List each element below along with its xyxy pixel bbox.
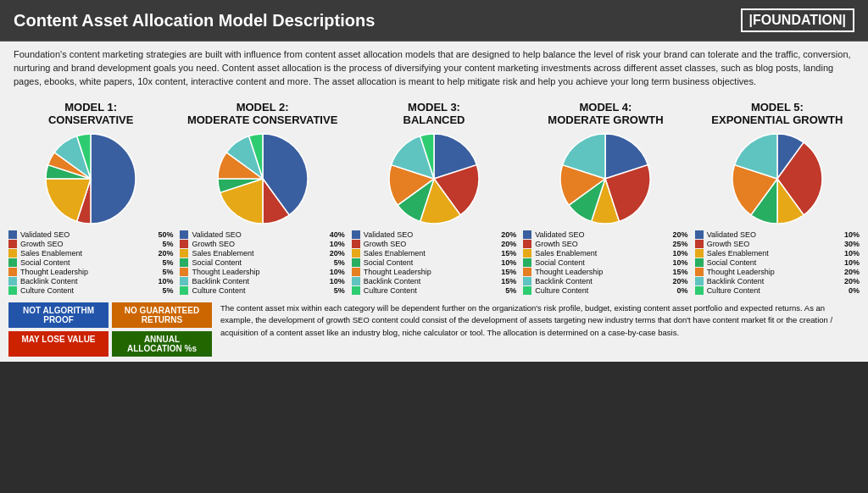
legend-color-box <box>352 286 360 295</box>
legend-pct-text: 5% <box>162 240 173 248</box>
legend-item: Thought Leadership15% <box>352 268 516 276</box>
legend-item: Social Content10% <box>695 258 860 267</box>
legend-item: Backlink Content20% <box>695 277 860 285</box>
legend-item: Culture Content5% <box>8 286 173 295</box>
legend-pct-text: 10% <box>501 258 516 267</box>
legend-color-box <box>180 286 188 295</box>
legend-label-text: Growth SEO <box>535 240 670 248</box>
legend-item: Growth SEO10% <box>180 240 344 248</box>
legend-label-text: Social Content <box>535 258 670 267</box>
legend-label-text: Culture Content <box>535 286 675 295</box>
legend-label-text: Validated SEO <box>192 230 327 239</box>
pie-chart-model3 <box>387 132 481 225</box>
legend-item: Backlink Content10% <box>8 277 173 285</box>
legend-label-text: Social Content <box>707 258 843 267</box>
legend-pct-text: 20% <box>330 249 345 258</box>
model-col-model3: MODEL 3: BALANCEDValidated SEO20%Growth … <box>352 101 516 296</box>
legend-pct-text: 10% <box>844 249 860 258</box>
legend-color-box <box>180 249 188 258</box>
legend-color-box <box>695 240 704 248</box>
legend-item: Culture Content5% <box>180 286 344 295</box>
legend-item: Culture Content5% <box>352 286 516 295</box>
legend-item: Backlink Content15% <box>352 277 516 285</box>
legend-color-box <box>523 240 531 248</box>
legend-item: Social Content10% <box>523 258 687 267</box>
legend-pct-text: 5% <box>162 268 173 276</box>
legend-label-text: Growth SEO <box>192 240 327 248</box>
legend-label-text: Growth SEO <box>707 240 843 248</box>
legend-color-box <box>180 268 188 276</box>
legend-label-text: Backlink Content <box>20 277 156 285</box>
description-text: Foundation's content marketing strategie… <box>0 42 868 96</box>
legend-color-box <box>8 286 17 295</box>
legend-item: Validated SEO20% <box>523 230 687 239</box>
legend-pct-text: 25% <box>673 240 688 248</box>
legend-label-text: Validated SEO <box>20 230 156 239</box>
badge-may-lose: MAY LOSE VALUE <box>8 331 108 357</box>
legend-item: Backlink Content20% <box>523 277 687 285</box>
legend-label-text: Sales Enablement <box>535 249 670 258</box>
legend-item: Backlink Content10% <box>180 277 344 285</box>
legend-color-box <box>8 268 17 276</box>
legend-item: Sales Enablement20% <box>180 249 344 258</box>
legend-color-box <box>523 268 531 276</box>
legend-pct-text: 20% <box>844 268 860 276</box>
legend-pct-text: 5% <box>505 286 516 295</box>
legend-color-box <box>352 277 360 285</box>
legend-item: Social Content5% <box>180 258 344 267</box>
legend-label-text: Thought Leadership <box>364 268 499 276</box>
legend-pct-text: 20% <box>844 277 860 285</box>
legend-pct-text: 15% <box>673 268 688 276</box>
legend-color-box <box>352 230 360 239</box>
legend-color-box <box>8 240 17 248</box>
models-section: MODEL 1: CONSERVATIVEValidated SEO50%Gro… <box>0 96 868 299</box>
legend-pct-text: 20% <box>673 277 688 285</box>
model-col-model5: MODEL 5: EXPONENTIAL GROWTHValidated SEO… <box>695 101 860 296</box>
model-col-model4: MODEL 4: MODERATE GROWTHValidated SEO20%… <box>523 101 687 296</box>
bottom-text: The content asset mix within each catego… <box>220 302 860 357</box>
legend-pct-text: 0% <box>677 286 688 295</box>
model-col-model2: MODEL 2: MODERATE CONSERVATIVEValidated … <box>180 101 344 296</box>
header: Content Asset Allocation Model Descripti… <box>0 0 868 42</box>
legend-label-text: Validated SEO <box>535 230 670 239</box>
legend-pct-text: 20% <box>673 230 688 239</box>
badges-column: NOT ALGORITHM PROOFNO GUARANTEED RETURNS… <box>8 302 212 357</box>
legend-model3: Validated SEO20%Growth SEO20%Sales Enabl… <box>352 230 516 296</box>
legend-color-box <box>352 249 360 258</box>
legend-pct-text: 30% <box>844 240 860 248</box>
badge-annual: ANNUAL ALLOCATION %s <box>112 331 212 357</box>
badges-row-2: MAY LOSE VALUEANNUAL ALLOCATION %s <box>8 331 212 357</box>
legend-pct-text: 50% <box>158 230 173 239</box>
legend-pct-text: 40% <box>330 230 345 239</box>
legend-label-text: Backlink Content <box>364 277 499 285</box>
legend-pct-text: 15% <box>501 249 516 258</box>
legend-label-text: Growth SEO <box>20 240 160 248</box>
legend-pct-text: 10% <box>844 230 860 239</box>
legend-model1: Validated SEO50%Growth SEO5%Sales Enable… <box>8 230 173 296</box>
legend-color-box <box>352 268 360 276</box>
legend-label-text: Social Content <box>20 258 160 267</box>
legend-label-text: Backlink Content <box>192 277 327 285</box>
legend-item: Growth SEO30% <box>695 240 860 248</box>
legend-color-box <box>695 258 704 267</box>
legend-color-box <box>8 230 17 239</box>
legend-label-text: Social Content <box>192 258 331 267</box>
legend-pct-text: 10% <box>330 268 345 276</box>
legend-item: Thought Leadership5% <box>8 268 173 276</box>
model-title-model3: MODEL 3: BALANCED <box>403 101 465 127</box>
legend-label-text: Thought Leadership <box>535 268 670 276</box>
legend-model4: Validated SEO20%Growth SEO25%Sales Enabl… <box>523 230 687 296</box>
legend-pct-text: 0% <box>849 286 860 295</box>
legend-item: Sales Enablement10% <box>695 249 860 258</box>
legend-item: Sales Enablement20% <box>8 249 173 258</box>
logo: |FOUNDATION| <box>741 8 854 32</box>
model-title-model5: MODEL 5: EXPONENTIAL GROWTH <box>711 101 843 127</box>
legend-pct-text: 10% <box>330 277 345 285</box>
pie-chart-model2 <box>216 132 309 225</box>
legend-color-box <box>695 230 704 239</box>
pie-chart-model5 <box>731 132 824 225</box>
legend-label-text: Validated SEO <box>364 230 499 239</box>
legend-pct-text: 5% <box>162 258 173 267</box>
legend-item: Growth SEO25% <box>523 240 687 248</box>
legend-item: Thought Leadership20% <box>695 268 860 276</box>
